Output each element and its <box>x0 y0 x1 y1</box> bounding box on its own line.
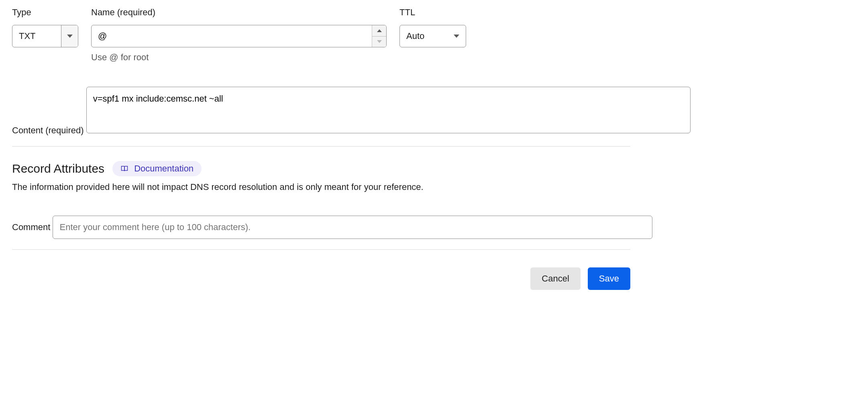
save-button[interactable]: Save <box>588 267 630 290</box>
arrow-down-icon <box>377 40 382 43</box>
chevron-down-icon <box>67 35 73 38</box>
type-select[interactable]: TXT <box>12 25 78 47</box>
type-dropdown-toggle[interactable] <box>61 25 78 47</box>
content-field-group: Content (required) <box>12 80 856 136</box>
record-attributes-section: Record Attributes Documentation The info… <box>12 161 856 239</box>
name-input-wrapper <box>91 25 387 47</box>
ttl-value: Auto <box>406 31 424 41</box>
ttl-label: TTL <box>399 7 466 18</box>
section-divider <box>12 249 630 250</box>
name-input[interactable] <box>92 25 372 47</box>
chevron-down-icon <box>454 35 459 38</box>
arrow-up-icon <box>377 29 382 32</box>
section-divider <box>12 146 630 147</box>
type-value: TXT <box>12 25 61 47</box>
ttl-field-group: TTL Auto <box>399 7 466 47</box>
comment-label: Comment <box>12 222 50 232</box>
book-icon <box>120 165 128 172</box>
name-helper-text: Use @ for root <box>91 52 387 63</box>
content-label: Content (required) <box>12 125 84 135</box>
form-actions: Cancel Save <box>12 267 630 290</box>
name-field-group: Name (required) Use @ for root <box>91 7 387 63</box>
name-label: Name (required) <box>91 7 387 18</box>
documentation-link[interactable]: Documentation <box>112 161 202 176</box>
type-field-group: Type TXT <box>12 7 78 47</box>
spinner-down-button[interactable] <box>372 37 386 47</box>
spinner-up-button[interactable] <box>372 25 386 37</box>
dns-record-form-row: Type TXT Name (required) Use @ for root … <box>12 0 856 63</box>
attributes-title: Record Attributes <box>12 162 104 175</box>
comment-field-group: Comment <box>12 208 856 239</box>
documentation-label: Documentation <box>134 163 194 174</box>
ttl-select[interactable]: Auto <box>399 25 466 47</box>
type-label: Type <box>12 7 78 18</box>
comment-input[interactable] <box>53 216 652 239</box>
content-textarea[interactable] <box>86 87 691 133</box>
attributes-description: The information provided here will not i… <box>12 182 856 192</box>
cancel-button[interactable]: Cancel <box>530 267 580 290</box>
attributes-header: Record Attributes Documentation <box>12 161 856 176</box>
name-spinner <box>372 25 386 47</box>
